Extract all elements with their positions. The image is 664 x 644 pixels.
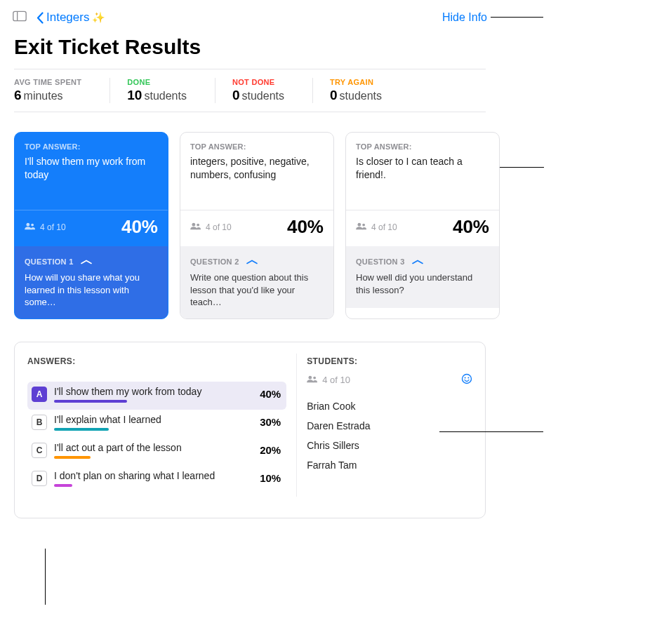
selected-pointer: [84, 318, 98, 319]
card-percent: 40%: [453, 216, 489, 238]
answer-text: I'll explain what I learned: [54, 414, 237, 425]
page-title: Exit Ticket Results: [0, 31, 500, 69]
stat-label: TRY AGAIN: [330, 78, 382, 86]
stat-done: DONE 10students: [127, 78, 215, 103]
answer-row-d[interactable]: D I don't plan on sharing what I learned…: [27, 466, 286, 494]
card-mid: 4 of 10 40%: [346, 210, 499, 246]
question-number: QUESTION 2: [190, 257, 239, 266]
chevron-left-icon: [36, 12, 44, 24]
card-top: TOP ANSWER: Is closer to I can teach a f…: [346, 133, 499, 210]
chevron-up-icon: [412, 255, 423, 267]
callout-line: [45, 549, 46, 605]
people-icon: [25, 222, 36, 232]
topbar: Integers ✨ Hide Info: [0, 0, 500, 31]
respondent-count: 4 of 10: [356, 222, 397, 232]
answer-body: I'll show them my work from today: [54, 386, 237, 403]
answers-column: ANSWERS: A I'll show them my work from t…: [18, 354, 296, 497]
stat-label: DONE: [127, 78, 187, 86]
student-name[interactable]: Farrah Tam: [307, 455, 472, 475]
answers-label: ANSWERS:: [27, 356, 286, 366]
student-name[interactable]: Chris Sillers: [307, 436, 472, 455]
stat-not-done: NOT DONE 0students: [232, 78, 313, 103]
app-window: Integers ✨ Hide Info Exit Ticket Results…: [0, 0, 500, 546]
answer-text: I don't plan on sharing what I learned: [54, 470, 237, 481]
sparkle-icon: ✨: [92, 11, 105, 24]
stat-value: 10students: [127, 88, 187, 103]
stat-value: 6minutes: [14, 88, 81, 103]
svg-rect-0: [13, 11, 26, 20]
question-text: How will you share what you learned in t…: [25, 271, 158, 309]
svg-point-5: [197, 223, 199, 226]
students-column: STUDENTS: 4 of 10 Brian Cook Daren Estra…: [296, 354, 482, 497]
answer-percent: 10%: [244, 472, 281, 484]
respondent-count: 4 of 10: [190, 222, 232, 232]
people-icon: [307, 375, 318, 385]
top-answer-text: Is closer to I can teach a friend!.: [356, 155, 489, 182]
svg-point-2: [27, 222, 30, 226]
card-top: TOP ANSWER: I'll show them my work from …: [15, 133, 168, 210]
answer-row-c[interactable]: C I'll act out a part of the lesson 20%: [27, 438, 286, 466]
stat-value: 0students: [232, 88, 284, 103]
students-label: STUDENTS:: [307, 356, 472, 366]
top-answer-text: integers, positive, negative, numbers, c…: [190, 155, 324, 182]
svg-point-6: [358, 222, 361, 226]
students-count: 4 of 10: [322, 375, 350, 385]
stat-avg-time: AVG TIME SPENT 6minutes: [14, 78, 110, 103]
question-number: QUESTION 1: [25, 257, 74, 266]
stats-bar: AVG TIME SPENT 6minutes DONE 10students …: [14, 69, 486, 112]
answer-bar: [54, 456, 237, 459]
topbar-left: Integers ✨: [13, 11, 105, 25]
answer-body: I'll explain what I learned: [54, 414, 237, 431]
people-icon: [190, 222, 201, 232]
question-text: Write one question about this lesson tha…: [190, 271, 324, 309]
stat-try-again: TRY AGAIN 0students: [330, 78, 410, 103]
question-number: QUESTION 3: [356, 257, 405, 266]
answer-letter: C: [32, 443, 47, 458]
question-card-2[interactable]: TOP ANSWER: integers, positive, negative…: [180, 132, 334, 319]
chevron-up-icon: [81, 255, 92, 267]
back-button[interactable]: Integers ✨: [36, 11, 105, 25]
card-mid: 4 of 10 40%: [15, 210, 168, 246]
top-answer-label: TOP ANSWER:: [25, 142, 158, 151]
question-card-1[interactable]: TOP ANSWER: I'll show them my work from …: [14, 132, 168, 319]
card-mid: 4 of 10 40%: [180, 210, 333, 246]
svg-point-3: [31, 223, 34, 226]
answer-bar: [54, 428, 237, 431]
answer-percent: 20%: [244, 444, 281, 456]
callout-line: [439, 431, 543, 432]
respondent-count: 4 of 10: [25, 222, 66, 232]
answer-percent: 30%: [244, 416, 281, 428]
svg-point-12: [467, 377, 469, 378]
answer-row-b[interactable]: B I'll explain what I learned 30%: [27, 410, 286, 438]
svg-point-4: [192, 222, 196, 226]
answer-text: I'll act out a part of the lesson: [54, 442, 237, 453]
answer-body: I'll act out a part of the lesson: [54, 442, 237, 459]
hide-info-button[interactable]: Hide Info: [442, 11, 487, 24]
svg-point-11: [465, 377, 466, 378]
card-bottom: QUESTION 3 How well did you understand t…: [346, 246, 499, 308]
answer-letter: A: [32, 387, 47, 402]
question-cards-row: TOP ANSWER: I'll show them my work from …: [0, 112, 500, 328]
answer-bar: [54, 400, 237, 403]
card-bottom: QUESTION 2 Write one question about this…: [180, 246, 333, 318]
callout-line: [491, 17, 543, 18]
toggle-sidebar-icon[interactable]: [13, 11, 27, 25]
svg-point-10: [463, 374, 472, 383]
student-name[interactable]: Brian Cook: [307, 396, 472, 416]
top-answer-label: TOP ANSWER:: [190, 142, 324, 151]
chevron-up-icon: [246, 255, 258, 267]
question-text: How well did you understand this lesson?: [356, 271, 489, 296]
svg-point-9: [313, 376, 316, 379]
answer-row-a[interactable]: A I'll show them my work from today 40%: [27, 382, 286, 410]
question-card-3[interactable]: TOP ANSWER: Is closer to I can teach a f…: [345, 132, 500, 319]
svg-point-7: [362, 223, 365, 226]
top-answer-text: I'll show them my work from today: [25, 155, 158, 182]
student-name[interactable]: Daren Estrada: [307, 416, 472, 436]
card-bottom: QUESTION 1 How will you share what you l…: [15, 246, 168, 318]
card-top: TOP ANSWER: integers, positive, negative…: [180, 133, 333, 210]
top-answer-label: TOP ANSWER:: [356, 142, 489, 151]
answer-percent: 40%: [244, 388, 281, 400]
message-students-icon[interactable]: [461, 373, 472, 387]
people-icon: [356, 222, 367, 232]
detail-panel: ANSWERS: A I'll show them my work from t…: [14, 342, 486, 518]
